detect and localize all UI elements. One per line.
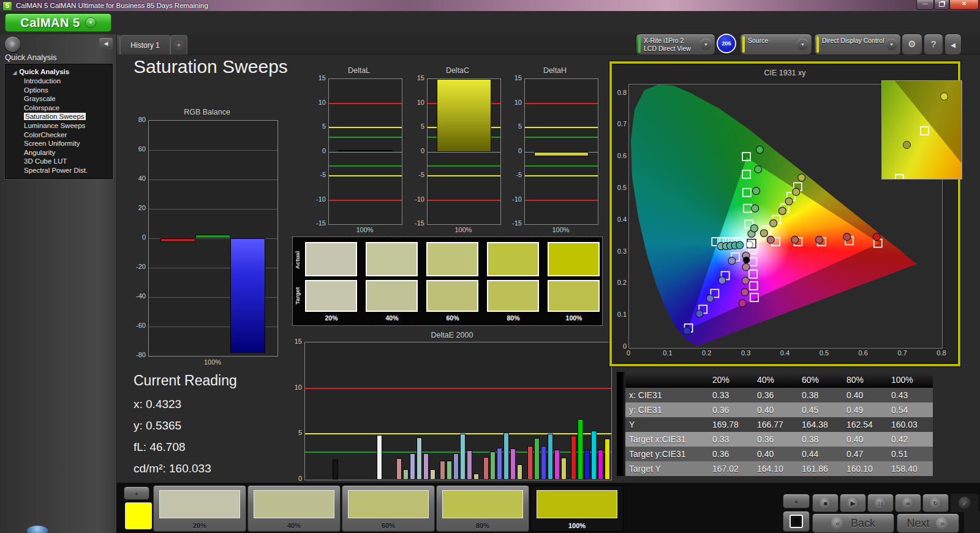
- deltae-bar: [333, 459, 338, 480]
- deltae-bar: [417, 437, 422, 480]
- pattern-button-20%[interactable]: 20%: [153, 485, 246, 532]
- settings-button[interactable]: ⚙: [902, 34, 922, 55]
- sidebar-item-grayscale[interactable]: Grayscale: [6, 94, 112, 104]
- decor: -10: [508, 195, 522, 203]
- pattern-window-button[interactable]: [783, 511, 810, 532]
- sidebar-item-3d-cube-lut[interactable]: 3D Cube LUT: [6, 157, 112, 166]
- reference-line: [329, 200, 402, 201]
- title-bar: 5 CalMAN 5 CalMAN Ultimate for Business …: [0, 0, 980, 11]
- decor: [617, 432, 625, 447]
- decor: 0.2: [698, 349, 716, 357]
- control-panel-expand-button[interactable]: ▲: [783, 494, 810, 508]
- source-status-strip: [742, 36, 745, 53]
- reference-line: [329, 103, 402, 104]
- next-label: Next: [907, 517, 929, 530]
- refresh-button[interactable]: ↻: [922, 494, 949, 512]
- reading-fl: fL: 46.708: [134, 440, 293, 454]
- table-cell: 0.38: [798, 434, 843, 444]
- source-dropdown[interactable]: Source ▼: [740, 34, 812, 55]
- decor: 0.7: [893, 349, 911, 357]
- play-button[interactable]: ▶: [840, 494, 866, 512]
- display-control-dropdown[interactable]: Direct Display Control ▼: [814, 34, 901, 55]
- sidebar-item-introduction[interactable]: Introduction: [6, 77, 112, 86]
- reference-line: [525, 200, 598, 201]
- decor: 0.3: [613, 248, 627, 255]
- deltae-bar: [503, 433, 509, 480]
- double-chevron-left-icon: «: [831, 516, 845, 530]
- reference-line: [329, 175, 402, 176]
- pattern-button-100%[interactable]: 100%: [530, 485, 624, 532]
- table-cell: 0.45: [798, 405, 843, 415]
- play-icon: ▶: [847, 497, 859, 509]
- chart-title: DeltaH: [508, 66, 601, 75]
- sidebar-collapse-button[interactable]: ◀: [99, 38, 113, 50]
- minimize-button[interactable]: —: [916, 0, 934, 10]
- delta-e-2000-chart: DeltaE 2000 051015010020%40%60%80%100%: [290, 331, 614, 491]
- red-bar: [160, 238, 195, 242]
- target-swatch: [487, 280, 539, 312]
- deltae-bar: [396, 458, 402, 480]
- close-button[interactable]: ✕: [949, 0, 979, 10]
- sidebar-item-colorspace[interactable]: Colorspace: [6, 104, 112, 113]
- deltae-bar: [571, 436, 576, 480]
- deltae-bar: [410, 453, 415, 480]
- decor: 10: [411, 99, 424, 106]
- pattern-button-40%[interactable]: 40%: [247, 485, 341, 532]
- table-cell: 0.40: [753, 405, 798, 415]
- sidebar-item-luminance-sweeps[interactable]: Luminance Sweeps: [6, 121, 112, 130]
- actual-swatch: [305, 242, 357, 276]
- cie-1931-chart[interactable]: CIE 1931 xy 00.10.20.30.40.50.60.70.800.…: [609, 61, 960, 366]
- table-cell: 0.36: [709, 405, 753, 415]
- deltae-bar: [578, 419, 583, 480]
- decor: -15: [312, 219, 326, 227]
- add-tab-button[interactable]: +: [170, 35, 187, 55]
- up-arrow-icon: ▲: [794, 499, 799, 504]
- table-cell: 0.36: [753, 434, 798, 444]
- meter-dropdown[interactable]: X-Rite i1Pro 2LCD Direct View ▼: [636, 34, 715, 55]
- decor: 0: [508, 147, 522, 154]
- reference-line: [525, 127, 598, 128]
- deltae-bar: [548, 434, 553, 480]
- decor: 0.7: [613, 120, 627, 127]
- continuous-measure-button[interactable]: ∞: [895, 494, 921, 512]
- single-measure-button[interactable]: [·]: [867, 494, 894, 512]
- sidebar-item-spectral-power-dist-[interactable]: Spectral Power Dist.: [6, 166, 112, 175]
- table-cell: 0.40: [843, 390, 888, 400]
- target-swatch: [366, 280, 418, 312]
- reference-line: [525, 175, 598, 176]
- next-button[interactable]: Next »: [897, 513, 959, 533]
- tab-history-1[interactable]: History 1: [120, 35, 170, 55]
- collapse-right-button[interactable]: ◀: [944, 34, 962, 55]
- deltae-bar: [377, 435, 382, 480]
- table-cell: 0.40: [753, 449, 798, 459]
- deltae-bar: [403, 469, 409, 480]
- pattern-button-60%[interactable]: 60%: [342, 485, 435, 532]
- table-cell: 0.51: [888, 449, 932, 459]
- sidebar-item-colorchecker[interactable]: ColorChecker: [6, 130, 112, 140]
- meter-line1: X-Rite i1Pro 2: [644, 37, 684, 44]
- decor: 15: [290, 338, 302, 345]
- back-button[interactable]: « Back: [812, 513, 894, 533]
- chart-title: DeltaL: [312, 66, 405, 75]
- restore-button[interactable]: [934, 0, 949, 10]
- decor: -40: [134, 292, 146, 300]
- sidebar-item-screen-uniformity[interactable]: Screen Uniformity: [6, 139, 112, 148]
- logo-text: CalMAN 5: [20, 16, 80, 30]
- decor: 0.6: [613, 152, 627, 159]
- sidebar-item-angularity[interactable]: Angularity: [6, 148, 112, 157]
- accept-button[interactable]: ✓: [951, 494, 979, 512]
- help-button[interactable]: ?: [924, 34, 943, 55]
- chevron-down-icon: ▼: [797, 39, 809, 50]
- pattern-button-80%[interactable]: 80%: [436, 485, 529, 532]
- calman-logo-menu[interactable]: CalMAN 5 ▼: [5, 13, 111, 32]
- table-cell: 169.78: [709, 420, 753, 429]
- sidebar-item-options[interactable]: Options: [6, 86, 112, 95]
- chevron-down-icon: ▼: [886, 39, 897, 50]
- stop-button[interactable]: ■: [812, 494, 839, 512]
- record-button[interactable]: [5, 37, 20, 52]
- tree-root[interactable]: ◢Quick Analysis: [6, 67, 112, 77]
- table-row: Y169.78166.77164.38162.54160.03: [617, 417, 933, 432]
- sidebar-item-saturation-sweeps[interactable]: Saturation Sweeps: [6, 112, 112, 121]
- stop-icon: ■: [820, 497, 832, 509]
- pattern-panel-expand-button[interactable]: ▲: [124, 486, 149, 500]
